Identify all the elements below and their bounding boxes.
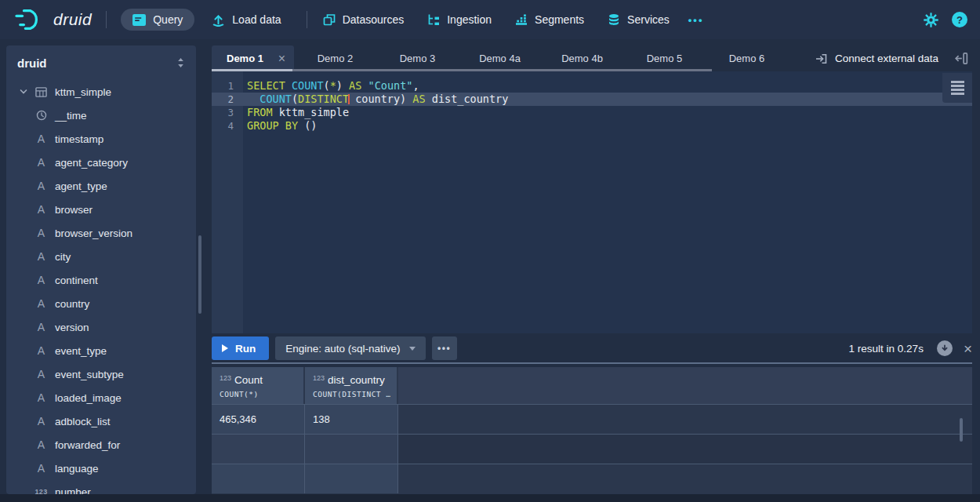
tab-demo-1[interactable]: Demo 1× [212,45,294,71]
line-number: 4 [212,119,243,133]
table-cell[interactable]: 138 [305,405,398,434]
schema-selector[interactable]: druid [6,45,196,80]
chevron-down-icon [409,347,416,351]
string-icon: A [34,180,48,192]
tab-close-icon[interactable]: × [278,53,285,65]
nav-item-segments[interactable]: Segments [515,13,584,26]
sidebar-item-continent[interactable]: Acontinent [6,268,196,292]
sidebar-item-adblock-list[interactable]: Aadblock_list [6,409,196,433]
sidebar-item-browser[interactable]: Abrowser [6,198,196,221]
nav-item-services[interactable]: Services [608,13,670,27]
tab-scrollbar-thumb[interactable] [212,69,292,71]
string-icon: A [34,415,48,427]
tab-demo-3[interactable]: Demo 3 [376,45,459,71]
sidebar-item-agent-type[interactable]: Aagent_type [6,174,196,198]
tab-demo-4b[interactable]: Demo 4b [541,45,623,71]
column-label: kttm_simple [55,86,111,98]
column-name: dist_country [328,374,385,386]
sidebar-item-loaded-image[interactable]: Aloaded_image [6,386,196,409]
sidebar-item-event-type[interactable]: Aevent_type [6,339,196,362]
column-label: language [55,463,99,475]
table-cell[interactable] [305,435,398,464]
column-label: browser [55,204,93,216]
sidebar-item-forwarded-for[interactable]: Aforwarded_for [6,433,196,457]
results-scrollbar[interactable] [960,418,963,442]
sidebar-item-timestamp[interactable]: Atimestamp [6,127,196,151]
nav-item-query[interactable]: Query [121,9,194,31]
hamburger-icon [951,81,964,95]
bottom-scroll-strip [0,494,980,502]
close-results-icon[interactable]: × [964,341,972,356]
results-divider [212,362,972,364]
sidebar-item-kttm-simple[interactable]: kttm_simple [6,80,196,104]
header-filler [398,367,972,404]
tab-demo-2[interactable]: Demo 2 [294,45,376,71]
chevron-down-icon[interactable] [17,88,30,96]
sidebar-item-city[interactable]: Acity [6,245,196,268]
tab-demo-5[interactable]: Demo 5 [623,45,706,71]
column-header-dist-country[interactable]: 123dist_countryCOUNT(DISTINCT … [305,367,398,404]
sidebar-item-agent-category[interactable]: Aagent_category [6,151,196,174]
brand-name: druid [53,10,92,29]
number-icon: 123 [34,488,48,494]
table-cell[interactable] [305,464,398,493]
column-label: browser_version [55,227,132,239]
nav-item-label: Segments [535,13,584,26]
panel-toggle-icon[interactable] [954,45,972,71]
druid-logo-icon [13,7,45,32]
table-cell[interactable]: 465,346 [212,405,305,434]
tab-label: Demo 5 [647,53,683,64]
column-label: number [55,486,91,495]
sidebar-item--time[interactable]: __time [6,104,196,127]
column-tree: kttm_simple__timeAtimestampAagent_catego… [6,80,196,494]
double-caret-icon [176,57,185,68]
tab-demo-6[interactable]: Demo 6 [706,45,788,71]
sql-editor[interactable]: 1234 SELECT COUNT(*) AS "Count", COUNT(D… [212,71,972,333]
download-results-icon[interactable] [937,340,953,356]
tab-label: Demo 4b [561,53,603,64]
sidebar-scrollbar[interactable] [198,235,201,314]
table-cell[interactable] [212,435,305,464]
sidebar-item-number[interactable]: 123number [6,480,196,494]
datasources-icon [323,13,336,26]
editor-menu-button[interactable] [942,73,972,103]
sidebar-item-browser-version[interactable]: Abrowser_version [6,221,196,245]
druid-home-link[interactable]: druid [13,7,92,32]
column-label: agent_category [55,157,128,169]
play-icon [222,344,228,352]
nav-more-button[interactable]: ••• [688,14,704,26]
sidebar-item-language[interactable]: Alanguage [6,457,196,480]
sidebar-item-country[interactable]: Acountry [6,292,196,315]
column-expression: COUNT(DISTINCT … [313,390,397,398]
tab-demo-4a[interactable]: Demo 4a [459,45,541,71]
connect-external-data-button[interactable]: Connect external data [815,45,954,71]
string-icon: A [34,274,48,286]
column-label: __time [55,110,87,122]
numeric-type-icon: 123 [313,374,325,382]
schema-sidebar: druid kttm_simple__timeAtimestampAagent_… [6,45,196,494]
more-options-button[interactable]: ••• [432,336,457,360]
main-nav: QueryLoad dataDatasourcesIngestionSegmen… [121,9,693,31]
string-icon: A [34,250,48,263]
nav-right-icons: ? [924,12,967,27]
code-line: GROUP BY () [247,119,508,133]
help-icon[interactable]: ? [952,12,967,27]
upload-icon [212,13,225,27]
gear-icon[interactable] [924,13,938,27]
clock-icon [34,110,48,121]
table-cell[interactable] [212,464,305,493]
nav-item-datasources[interactable]: Datasources [323,13,405,26]
string-icon: A [34,344,48,357]
nav-item-ingestion[interactable]: Ingestion [427,13,492,26]
schema-name: druid [17,56,47,70]
engine-select-button[interactable]: Engine: auto (sql-native) [275,336,425,360]
column-label: agent_type [55,180,107,192]
column-label: version [55,322,89,333]
sql-code[interactable]: SELECT COUNT(*) AS "Count", COUNT(DISTIN… [247,79,508,133]
column-header-count[interactable]: 123CountCOUNT(*) [212,367,305,404]
run-button[interactable]: Run [212,336,269,360]
ingestion-icon [427,13,440,26]
nav-item-load-data[interactable]: Load data [212,13,281,27]
sidebar-item-version[interactable]: Aversion [6,315,196,339]
sidebar-item-event-subtype[interactable]: Aevent_subtype [6,362,196,386]
